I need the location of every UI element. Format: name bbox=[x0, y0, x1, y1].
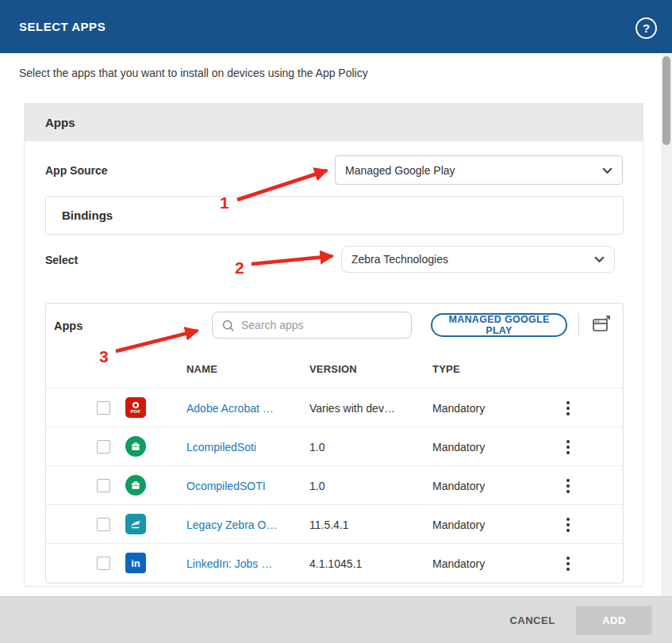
search-input[interactable] bbox=[240, 312, 406, 338]
chevron-down-icon bbox=[602, 164, 612, 177]
zebra-app-icon bbox=[125, 514, 146, 534]
table-row: LcompiledSoti 1.0 Mandatory bbox=[46, 427, 624, 465]
app-name-link[interactable]: Legacy Zebra O… bbox=[186, 505, 277, 544]
bindings-select-value: Zebra Technologies bbox=[351, 253, 594, 266]
app-name-link[interactable]: LcompiledSoti bbox=[186, 427, 256, 466]
table-row: in LinkedIn: Jobs … 4.1.1045.1 Mandatory bbox=[46, 543, 624, 582]
table-row: OcompiledSOTI 1.0 Mandatory bbox=[46, 465, 624, 504]
scrollbar-thumb[interactable] bbox=[662, 56, 670, 145]
apps-list-title: Apps bbox=[54, 314, 83, 338]
app-version: 4.1.1045.1 bbox=[309, 544, 362, 583]
dialog-footer: CANCEL ADD bbox=[0, 596, 672, 643]
store-layout-icon[interactable] bbox=[590, 314, 612, 336]
add-button[interactable]: ADD bbox=[576, 606, 652, 635]
app-name-link[interactable]: OcompiledSOTI bbox=[186, 466, 266, 505]
row-checkbox[interactable] bbox=[97, 518, 110, 531]
bindings-select-label: Select bbox=[45, 247, 78, 273]
column-name: NAME bbox=[186, 354, 217, 384]
app-name-link[interactable]: Adobe Acrobat … bbox=[186, 388, 274, 427]
app-type: Mandatory bbox=[432, 466, 485, 505]
adobe-acrobat-icon: PDF bbox=[125, 397, 146, 418]
apps-card-title: Apps bbox=[45, 104, 75, 141]
dialog-subtitle: Select the apps that you want to install… bbox=[19, 67, 368, 79]
search-icon bbox=[221, 319, 235, 335]
bindings-title: Bindings bbox=[62, 197, 113, 234]
dialog-header: SELECT APPS ? bbox=[0, 0, 672, 53]
app-source-dropdown[interactable]: Managed Google Play bbox=[335, 155, 623, 185]
bindings-select-dropdown[interactable]: Zebra Technologies bbox=[341, 246, 615, 273]
app-version: Varies with dev… bbox=[309, 388, 395, 427]
row-menu-icon[interactable] bbox=[561, 476, 575, 496]
help-icon[interactable]: ? bbox=[636, 17, 657, 39]
app-type: Mandatory bbox=[432, 544, 485, 583]
search-box bbox=[212, 312, 412, 339]
apps-card: Apps App Source Managed Google Play Bind… bbox=[24, 103, 643, 587]
column-version: VERSION bbox=[309, 354, 357, 384]
dialog-title: SELECT APPS bbox=[19, 0, 106, 53]
column-type: TYPE bbox=[432, 354, 460, 384]
app-rows: PDF Adobe Acrobat … Varies with dev… Man… bbox=[46, 388, 624, 582]
managed-google-play-button[interactable]: MANAGED GOOGLE PLAY bbox=[431, 313, 567, 337]
apps-card-header: Apps bbox=[25, 104, 643, 141]
green-app-icon bbox=[125, 475, 146, 496]
annotation-step-1: 1 bbox=[220, 193, 229, 212]
bindings-box: Bindings bbox=[45, 196, 624, 235]
chevron-down-icon bbox=[594, 253, 605, 266]
app-version: 11.5.4.1 bbox=[309, 505, 349, 544]
cancel-button[interactable]: CANCEL bbox=[506, 597, 559, 643]
app-type: Mandatory bbox=[432, 388, 485, 427]
app-source-label: App Source bbox=[45, 156, 108, 185]
app-type: Mandatory bbox=[432, 505, 485, 544]
row-checkbox[interactable] bbox=[97, 557, 110, 570]
app-version: 1.0 bbox=[309, 427, 324, 466]
app-version: 1.0 bbox=[309, 466, 324, 505]
linkedin-icon: in bbox=[125, 553, 146, 573]
table-row: Legacy Zebra O… 11.5.4.1 Mandatory bbox=[46, 504, 624, 543]
toolbar-divider bbox=[578, 313, 579, 336]
green-app-icon bbox=[125, 436, 146, 457]
table-row: PDF Adobe Acrobat … Varies with dev… Man… bbox=[46, 388, 624, 427]
app-type: Mandatory bbox=[432, 427, 485, 466]
row-menu-icon[interactable] bbox=[561, 515, 575, 534]
row-checkbox[interactable] bbox=[97, 401, 110, 415]
app-source-value: Managed Google Play bbox=[345, 164, 602, 177]
table-header: NAME VERSION TYPE bbox=[46, 354, 624, 384]
help-glyph: ? bbox=[643, 21, 650, 35]
row-checkbox[interactable] bbox=[97, 440, 110, 454]
apps-list-box: Apps MANAGED GOOGLE PLAY bbox=[45, 303, 624, 584]
select-apps-dialog: SELECT APPS ? Select the apps that you w… bbox=[0, 0, 672, 643]
row-checkbox[interactable] bbox=[97, 479, 110, 492]
row-menu-icon[interactable] bbox=[561, 398, 575, 418]
row-menu-icon[interactable] bbox=[561, 553, 575, 573]
row-menu-icon[interactable] bbox=[561, 437, 575, 457]
annotation-step-2: 2 bbox=[235, 258, 244, 277]
annotation-step-3: 3 bbox=[99, 347, 109, 366]
app-name-link[interactable]: LinkedIn: Jobs … bbox=[186, 544, 272, 583]
